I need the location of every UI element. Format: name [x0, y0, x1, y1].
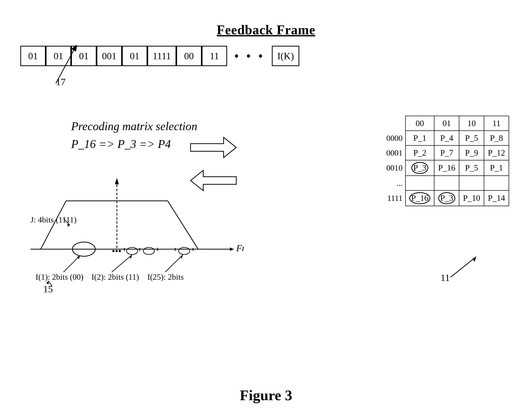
svg-line-4: [41, 201, 66, 249]
frame-dots: • • •: [227, 49, 272, 64]
svg-line-20: [64, 256, 80, 272]
matrix-row-dots: ...: [383, 176, 509, 190]
frame-box-1: 01: [46, 46, 71, 66]
frame-box-7: 11: [202, 46, 227, 66]
circled-p3: P_3: [411, 162, 428, 174]
big-arrow-right: [188, 135, 239, 160]
frame-box-4: 01: [122, 46, 147, 66]
matrix-cell-0001-10: P_9: [459, 145, 484, 160]
svg-text:11: 11: [441, 272, 450, 282]
svg-text:J: 4bits (1111): J: 4bits (1111): [30, 215, 76, 224]
matrix-cell-dots-00: [405, 176, 434, 190]
matrix-cell-0010-01: P_16: [434, 160, 459, 176]
matrix-col-header-10: 10: [459, 116, 484, 131]
matrix-cell-0010-00: P_3: [405, 160, 434, 176]
matrix-row-header-0000: 0000: [383, 131, 405, 145]
frame-box-2: 01: [71, 46, 97, 66]
svg-text:I(25): 2bits: I(25): 2bits: [147, 272, 184, 281]
svg-line-24: [165, 255, 183, 272]
circled-p16: P_16: [409, 192, 431, 204]
matrix-cell-dots-10: [459, 176, 484, 190]
matrix-row-0000: 0000 P_1 P_4 P_5 P_8: [383, 131, 509, 145]
matrix-row-header-dots: ...: [383, 176, 405, 190]
matrix-cell-0001-01: P_7: [434, 145, 459, 160]
matrix-row-header-0001: 0001: [383, 145, 405, 160]
svg-marker-8: [115, 178, 119, 184]
svg-marker-23: [130, 255, 132, 259]
frame-box-6: 00: [176, 46, 202, 66]
svg-marker-35: [191, 137, 236, 158]
svg-marker-25: [180, 255, 183, 259]
matrix-cell-0010-11: P_1: [484, 160, 509, 176]
label-17: 17: [56, 76, 66, 87]
page-title: Feedback Frame: [0, 22, 532, 37]
matrix-cell-0000-00: P_1: [405, 131, 434, 145]
svg-text:•••: •••: [112, 246, 121, 256]
svg-point-17: [143, 247, 154, 255]
matrix-cell-0000-11: P_8: [484, 131, 509, 145]
matrix-col-header-11: 11: [484, 116, 509, 131]
svg-marker-36: [191, 170, 236, 191]
matrix-col-header-00: 00: [405, 116, 434, 131]
svg-text:I(1): 2bits (00): I(1): 2bits (00): [36, 272, 83, 281]
matrix-table: 00 01 10 11 0000 P_1 P_4 P_5 P_8 0001 P_…: [383, 116, 509, 206]
matrix-row-0010: 0010 P_3 P_16 P_5 P_1: [383, 160, 509, 176]
big-arrow-left: [188, 168, 239, 193]
matrix-cell-dots-01: [434, 176, 459, 190]
frame-container: 01 01 01 001 01 1111 00 11 • • • I(K): [20, 46, 299, 66]
svg-line-37: [451, 257, 476, 277]
precoding-title: Precoding matrix selection: [71, 119, 197, 133]
frame-box-last: I(K): [272, 46, 299, 66]
svg-marker-21: [77, 256, 80, 259]
matrix-cell-dots-11: [484, 176, 509, 190]
matrix-cell-0010-10: P_5: [459, 160, 484, 176]
matrix-cell-1111-01: P_3: [434, 190, 459, 206]
matrix-cell-0000-10: P_5: [459, 131, 484, 145]
frame-box-5: 1111: [147, 46, 176, 66]
figure-caption: Figure 3: [0, 387, 532, 404]
matrix-cell-0001-00: P_2: [405, 145, 434, 160]
label-11-arrow-svg: 11: [425, 252, 491, 282]
matrix-row-0001: 0001 P_2 P_7 P_9 P_12: [383, 145, 509, 160]
matrix-row-header-0010: 0010: [383, 160, 405, 176]
svg-line-6: [168, 201, 198, 249]
svg-text:15: 15: [43, 284, 53, 292]
matrix-corner: [383, 116, 405, 131]
matrix-row-1111: 1111 P_16 P_3 P_10 P_14: [383, 190, 509, 206]
matrix-cell-0000-01: P_4: [434, 131, 459, 145]
svg-marker-3: [230, 247, 234, 251]
svg-point-16: [127, 247, 138, 255]
matrix-cell-0001-11: P_12: [484, 145, 509, 160]
frame-box-0: 01: [20, 46, 46, 66]
svg-marker-38: [473, 257, 476, 262]
matrix-cell-1111-10: P_10: [459, 190, 484, 206]
frame-box-3: 001: [97, 46, 122, 66]
matrix-cell-1111-00: P_16: [405, 190, 434, 206]
svg-text:I(2): 2bits (11): I(2): 2bits (11): [91, 272, 139, 281]
matrix-cell-1111-11: P_14: [484, 190, 509, 206]
matrix-row-header-1111: 1111: [383, 190, 405, 206]
svg-text:Freq: Freq: [236, 243, 244, 253]
circled-p3-2: P_3: [438, 192, 455, 204]
svg-point-18: [179, 247, 190, 255]
matrix-col-header-01: 01: [434, 116, 459, 131]
precoding-formula: P_16 => P_3 => P4: [71, 137, 171, 151]
svg-line-22: [112, 255, 132, 272]
